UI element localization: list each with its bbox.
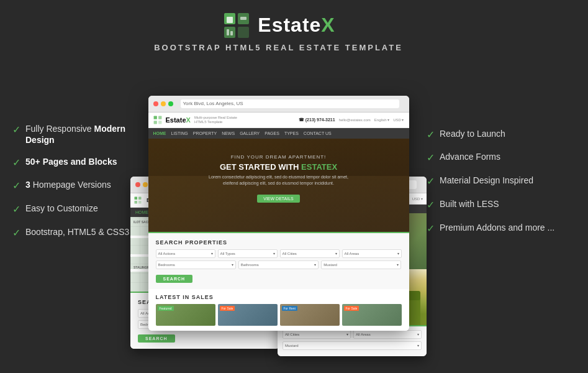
ss-search-row1-main: All Actions ▾ All Types ▾ All Cities ▾ A… (156, 249, 402, 258)
svg-rect-8 (135, 196, 138, 200)
ss-select-types-main[interactable]: All Types ▾ (218, 249, 278, 258)
nav-email-main: hello@estatex.com (339, 118, 371, 122)
menu-news-main[interactable]: NEWS (222, 131, 235, 136)
ss-select-mustard-right[interactable]: Mustard ▾ (283, 341, 422, 350)
ss-select-beds-main[interactable]: Bedrooms ▾ (156, 260, 236, 269)
check-icon-advance: ✓ (427, 152, 435, 165)
feature-pages: ✓ 50+ Pages and Blocks (12, 156, 133, 170)
property-sale2: For Sale (342, 304, 402, 326)
features-right-column: ✓ Ready to Launch ✓ Advance Forms ✓ Mate… (414, 116, 588, 258)
property-rent: For Rent (280, 304, 340, 326)
menu-listing-main[interactable]: LISTING (171, 131, 188, 136)
ss-select-cities-main[interactable]: All Cities ▾ (280, 249, 340, 258)
nav-currency-main: USD ▾ (393, 117, 404, 122)
nav-currency-right: USD ▾ (412, 196, 423, 201)
ss-search-row1-right: All Cities ▾ All Areas ▾ (283, 330, 422, 339)
check-icon-premium: ✓ (427, 223, 435, 236)
check-icon-less: ✓ (427, 199, 435, 212)
dot-green-main (168, 101, 173, 106)
hero-title-main: GET STARTED WITH ESTATEX (158, 162, 400, 172)
hero-title-accent: ESTATEX (301, 162, 337, 172)
screenshot-main: York Blvd, Los Angeles, US EstateX Multi… (148, 96, 409, 331)
ss-search-title-main: SEARCH PROPERTIES (156, 239, 402, 246)
ss-search-row2-right: Mustard ▾ (283, 341, 422, 350)
menu-contact-main[interactable]: CONTACT US (304, 131, 332, 136)
check-icon-ready: ✓ (427, 129, 435, 142)
logo-text: EstateX (258, 14, 335, 37)
menu-types-main[interactable]: TYPES (284, 131, 299, 136)
center-content: EstateX BOOTSTRAP HTML5 REAL ESTATE TEMP… (143, 11, 414, 363)
feature-ready: ✓ Ready to Launch (427, 128, 579, 142)
feature-material: ✓ Material Design Inspired (427, 175, 579, 188)
svg-rect-10 (135, 201, 138, 204)
hero-sub-main: FIND YOUR DREAM APARTMENT! (158, 154, 400, 160)
ss-search-btn-left[interactable]: SEARCH (138, 334, 175, 343)
badge-sale2: For Sale (344, 306, 360, 311)
feature-responsive: ✓ Fully Responsive Modern Design (12, 123, 133, 145)
ss-select-areas-main[interactable]: All Areas ▾ (342, 249, 402, 258)
ss-select-cities-right[interactable]: All Cities ▾ (283, 330, 351, 339)
svg-rect-7 (230, 31, 233, 35)
logo-title-area: EstateX BOOTSTRAP HTML5 REAL ESTATE TEMP… (154, 11, 403, 60)
ss-nav-main: EstateX Multi-purpose Real EstateHTML5 T… (148, 113, 409, 128)
screenshot-wrapper: York Blvd, Los Angeles, US EstateX Multi… (149, 65, 408, 363)
feature-easy: ✓ Easy to Customize (12, 203, 133, 216)
svg-rect-9 (138, 196, 142, 200)
svg-rect-11 (138, 201, 142, 204)
check-icon-material: ✓ (427, 175, 435, 188)
check-icon-easy: ✓ (12, 203, 20, 216)
ss-props-list: Featured For Sale For Rent For Sale (156, 304, 402, 326)
logo-x: X (321, 14, 335, 36)
ss-select-actions-main[interactable]: All Actions ▾ (156, 249, 215, 258)
menu-home-left[interactable]: HOME (135, 210, 148, 214)
svg-rect-2 (224, 27, 235, 38)
dot-red-main (153, 101, 158, 106)
svg-rect-13 (158, 116, 161, 119)
ss-search-main: SEARCH PROPERTIES All Actions ▾ All Type… (148, 232, 409, 289)
badge-featured: Featured (158, 306, 174, 311)
address-bar-main: York Blvd, Los Angeles, US (181, 99, 399, 108)
main-container: ✓ Fully Responsive Modern Design ✓ 50+ P… (0, 0, 588, 373)
check-icon-responsive: ✓ (12, 124, 20, 137)
ss-search-btn-main[interactable]: SEARCH (156, 275, 193, 283)
menu-property-main[interactable]: PROPERTY (193, 131, 217, 136)
dot-red-left (135, 182, 140, 187)
menu-home-main[interactable]: HOME (153, 131, 166, 136)
feature-advance: ✓ Advance Forms (427, 151, 579, 165)
feature-homepage: ✓ 3 Homepage Versions (12, 179, 133, 193)
menu-gallery-main[interactable]: GALLERY (240, 131, 260, 136)
ss-hero-main: FIND YOUR DREAM APARTMENT! GET STARTED W… (148, 139, 409, 232)
logo-area: EstateX (154, 11, 403, 40)
ss-select-baths-main[interactable]: Bathrooms ▾ (238, 260, 319, 269)
svg-rect-4 (227, 17, 233, 23)
property-sale1: For Sale (218, 304, 278, 326)
svg-rect-15 (158, 121, 161, 124)
dot-yellow-left (143, 182, 148, 187)
nav-phone-main: ☎ (213) 974-3211 (299, 117, 335, 122)
feature-premium: ✓ Premium Addons and more ... (427, 222, 579, 236)
dot-yellow-main (161, 101, 166, 106)
svg-rect-3 (238, 27, 249, 38)
ss-select-mustard-main[interactable]: Mustard ▾ (321, 260, 401, 269)
ss-latest-main: LATEST IN SALES Featured For Sale For Re… (148, 289, 409, 331)
feature-bootstrap: ✓ Bootstrap, HTML5 & CSS3 (12, 226, 133, 240)
badge-sale1: For Sale (220, 306, 235, 311)
hero-desc-main: Lorem consectetur adipiscing elit, sed d… (158, 174, 400, 186)
ss-search-row2-main: Bedrooms ▾ Bathrooms ▾ Mustard ▾ (156, 260, 402, 269)
svg-rect-14 (153, 121, 156, 124)
logo-subtitle: BOOTSTRAP HTML5 REAL ESTATE TEMPLATE (154, 43, 403, 52)
ss-menu-main: HOME LISTING PROPERTY NEWS GALLERY PAGES… (148, 128, 409, 139)
menu-pages-main[interactable]: PAGES (265, 131, 279, 136)
nav-logo-main: EstateX (166, 116, 191, 124)
badge-rent: For Rent (282, 306, 297, 311)
nav-lang-main: English ▾ (374, 117, 389, 122)
hero-btn-main[interactable]: VIEW DETAILS (257, 195, 300, 203)
svg-rect-6 (227, 29, 229, 35)
browser-chrome-main: York Blvd, Los Angeles, US (148, 96, 409, 113)
features-left-column: ✓ Fully Responsive Modern Design ✓ 50+ P… (0, 111, 143, 262)
ss-select-areas-right[interactable]: All Areas ▾ (353, 330, 422, 339)
nav-subtitle-main: Multi-purpose Real EstateHTML5 Template (194, 116, 237, 124)
nav-logo-icon-left (134, 196, 142, 204)
check-icon-bootstrap: ✓ (12, 227, 20, 240)
check-icon-pages: ✓ (12, 157, 20, 170)
